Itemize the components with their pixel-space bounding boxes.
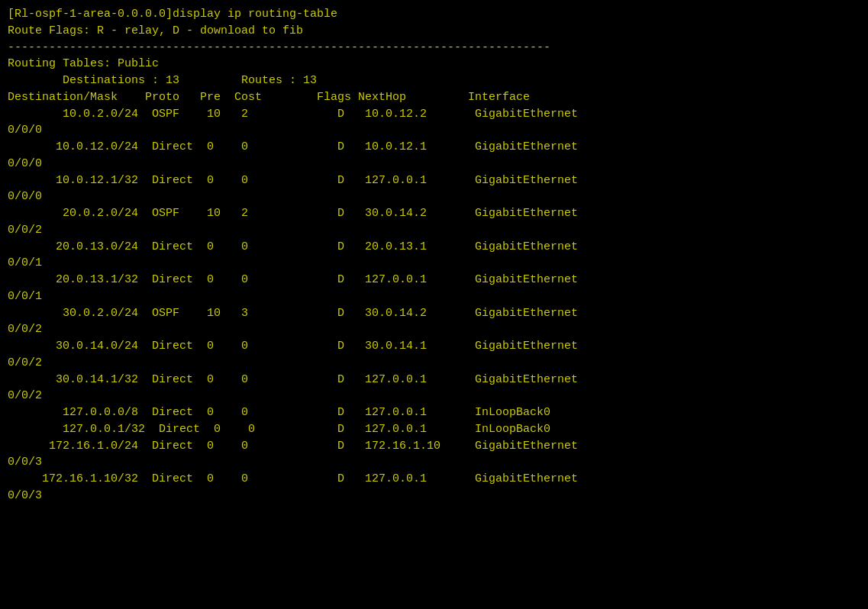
terminal-line-3: Routing Tables: Public <box>8 56 860 72</box>
terminal-line-20: 30.0.2.0/24 OSPF 10 3 D 30.0.14.2 Gigabi… <box>8 305 860 322</box>
terminal-line-17: 0/0/1 <box>8 255 860 272</box>
terminal-line-28: 172.16.1.0/24 Direct 0 0 D 172.16.1.10 G… <box>8 438 860 455</box>
terminal-line-30: 172.16.1.10/32 Direct 0 0 D 127.0.0.1 Gi… <box>8 471 860 488</box>
terminal-line-10: 10.0.12.0/24 Direct 0 0 D 10.0.12.1 Giga… <box>8 139 860 156</box>
terminal-line-21: 0/0/2 <box>8 321 860 338</box>
terminal-line-22: 30.0.14.0/24 Direct 0 0 D 30.0.14.1 Giga… <box>8 338 860 355</box>
terminal-line-8: 10.0.2.0/24 OSPF 10 2 D 10.0.12.2 Gigabi… <box>8 106 860 123</box>
terminal-output: [Rl-ospf-1-area-0.0.0.0]display ip routi… <box>8 6 860 504</box>
terminal-line-16: 20.0.13.0/24 Direct 0 0 D 20.0.13.1 Giga… <box>8 239 860 256</box>
terminal-line-19: 0/0/1 <box>8 288 860 305</box>
terminal-line-11: 0/0/0 <box>8 156 860 172</box>
terminal-line-29: 0/0/3 <box>8 454 860 471</box>
terminal-line-25: 0/0/2 <box>8 388 860 404</box>
terminal-line-4: Destinations : 13 Routes : 13 <box>8 72 860 89</box>
terminal-line-1: Route Flags: R - relay, D - download to … <box>8 23 860 40</box>
terminal-line-13: 0/0/0 <box>8 188 860 205</box>
terminal-line-0: [Rl-ospf-1-area-0.0.0.0]display ip routi… <box>8 6 860 23</box>
terminal-line-15: 0/0/2 <box>8 222 860 239</box>
terminal-line-31: 0/0/3 <box>8 488 860 504</box>
terminal-line-23: 0/0/2 <box>8 355 860 372</box>
terminal-line-26: 127.0.0.0/8 Direct 0 0 D 127.0.0.1 InLoo… <box>8 404 860 421</box>
terminal-line-2: ----------------------------------------… <box>8 40 860 56</box>
terminal-line-24: 30.0.14.1/32 Direct 0 0 D 127.0.0.1 Giga… <box>8 372 860 388</box>
terminal-line-18: 20.0.13.1/32 Direct 0 0 D 127.0.0.1 Giga… <box>8 272 860 288</box>
terminal-line-12: 10.0.12.1/32 Direct 0 0 D 127.0.0.1 Giga… <box>8 172 860 189</box>
terminal-line-6: Destination/Mask Proto Pre Cost Flags Ne… <box>8 89 860 106</box>
terminal-line-9: 0/0/0 <box>8 122 860 139</box>
terminal-line-14: 20.0.2.0/24 OSPF 10 2 D 30.0.14.2 Gigabi… <box>8 205 860 222</box>
terminal-line-27: 127.0.0.1/32 Direct 0 0 D 127.0.0.1 InLo… <box>8 421 860 438</box>
